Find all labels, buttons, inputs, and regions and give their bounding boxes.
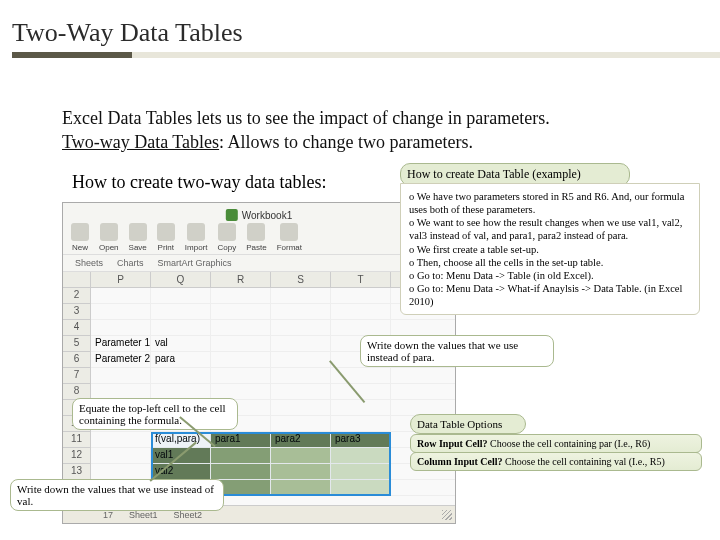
- column-headers: P Q R S T: [63, 272, 455, 288]
- ribbon-save[interactable]: Save: [129, 223, 147, 252]
- page-title: Two-Way Data Tables: [12, 18, 720, 48]
- title-block: Two-Way Data Tables: [12, 18, 720, 58]
- sheet-tab-1[interactable]: Sheet1: [129, 510, 158, 520]
- ribbon-paste[interactable]: Paste: [246, 223, 266, 252]
- title-underline: [12, 52, 720, 58]
- tab-smartart[interactable]: SmartArt Graphics: [158, 258, 232, 268]
- callout-para-values: Write down the values that we use instea…: [360, 335, 554, 367]
- view-tabs: Sheets Charts SmartArt Graphics: [63, 255, 455, 272]
- callout-topleft: Equate the top-left cell to the cell con…: [72, 398, 238, 430]
- dt-options-title: Data Table Options: [410, 414, 526, 434]
- ribbon-format[interactable]: Format: [277, 223, 302, 252]
- intro-line1: Excel Data Tables lets us to see the imp…: [62, 106, 550, 130]
- resize-grip-icon: [442, 510, 452, 520]
- sheet-tab-2[interactable]: Sheet2: [174, 510, 203, 520]
- tab-sheets[interactable]: Sheets: [75, 258, 103, 268]
- grid: 2 3 4 5 6 7 8 9 10 11 12 13 14 Parameter…: [63, 288, 455, 496]
- tab-charts[interactable]: Charts: [117, 258, 144, 268]
- dt-options-col-input: Column Input Cell? Choose the cell conta…: [410, 452, 702, 471]
- ribbon-new[interactable]: New: [71, 223, 89, 252]
- callout-body-example: o We have two parameters stored in R5 an…: [400, 183, 700, 315]
- ribbon-print[interactable]: Print: [157, 223, 175, 252]
- row-headers: 2 3 4 5 6 7 8 9 10 11 12 13 14: [63, 288, 91, 496]
- ribbon-import[interactable]: Import: [185, 223, 208, 252]
- howto-heading: How to create two-way data tables:: [72, 172, 326, 193]
- dt-options-row-input: Row Input Cell? Choose the cell containi…: [410, 434, 702, 453]
- ribbon-open[interactable]: Open: [99, 223, 119, 252]
- callout-val-values: Write down the values that we use instea…: [10, 479, 224, 511]
- slide: Two-Way Data Tables Excel Data Tables le…: [0, 0, 720, 540]
- excel-icon: [226, 209, 238, 221]
- ribbon-copy[interactable]: Copy: [217, 223, 236, 252]
- intro-line2: Two-way Data Tables: Allows to change tw…: [62, 130, 550, 154]
- workbook-title: Workbook1: [226, 209, 292, 221]
- intro-text: Excel Data Tables lets us to see the imp…: [62, 106, 550, 155]
